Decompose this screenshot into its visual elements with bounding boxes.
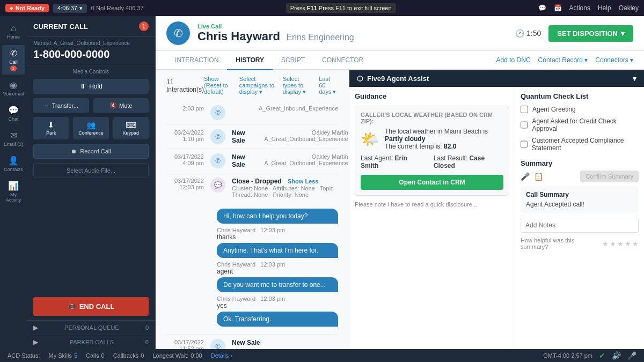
chat-nav-icon: 💬 [8, 105, 19, 115]
calls-count: 0 [101, 352, 105, 359]
add-to-dnc-btn[interactable]: Add to DNC [496, 56, 531, 64]
agent-assist-collapse-icon[interactable]: ▾ [633, 75, 636, 83]
history-detail: New Sale [232, 339, 338, 346]
parked-calls-section[interactable]: ▶ PARKED CALLS 0 [27, 335, 155, 349]
checklist-item-2: Agent Asked for Credit Check Approval [521, 117, 639, 132]
transfer-icon: → [44, 102, 50, 109]
history-title: Close - Dropped Show Less [232, 178, 338, 185]
mute-button[interactable]: 🔇 Mute [93, 98, 149, 113]
callbacks-item: Callbacks 0 [113, 352, 144, 359]
last-filter[interactable]: Last 60 days ▾ [319, 76, 338, 95]
confirm-summary-button: Confirm Summary [580, 171, 639, 182]
copy-icon[interactable]: 📋 [534, 172, 543, 181]
agent-assist-title: Five9 Agent Assist [367, 75, 429, 83]
star-2[interactable]: ★ [610, 240, 616, 248]
transfer-label: Transfer... [52, 102, 78, 109]
tab-interaction[interactable]: INTERACTION [166, 51, 227, 70]
keypad-icon: ⌨ [126, 121, 136, 129]
select-audio-button[interactable]: Select Audio File... [33, 163, 149, 178]
acd-status: ACD Status: [8, 352, 40, 359]
call-header-right: 🕐 1:50 SET DISPOSITION ▾ [515, 25, 633, 42]
weather-text: The local weather in Miami Beach is Part… [385, 128, 503, 150]
history-detail: New Sale [232, 153, 245, 168]
open-crm-button[interactable]: Open Contact in CRM [361, 175, 503, 190]
transfer-button[interactable]: → Transfer... [33, 98, 89, 113]
chat-text: agent [217, 268, 285, 275]
agent-assist-body: Guidance CALLER'S LOCAL WEATHER (BASED O… [349, 87, 644, 349]
star-5[interactable]: ★ [632, 240, 639, 248]
hold-label: Hold [89, 83, 103, 90]
sidebar-label-activity: My Activity [4, 192, 23, 203]
status-label: Not Ready [16, 5, 45, 11]
star-1[interactable]: ★ [602, 240, 609, 248]
sidebar-item-email[interactable]: ✉ Email (2) [2, 127, 25, 150]
keypad-button[interactable]: ⌨ Keypad [113, 117, 149, 139]
sidebar-item-contacts[interactable]: 👤 Contacts [2, 152, 25, 175]
help-menu[interactable]: Help [598, 4, 611, 12]
connectors-btn[interactable]: Connectors ▾ [595, 56, 633, 64]
set-disposition-dropdown-icon: ▾ [621, 29, 625, 38]
show-filter[interactable]: Show (Reset to default) [204, 76, 235, 95]
end-call-button[interactable]: 📵 END CALL [33, 297, 149, 316]
set-disposition-button[interactable]: SET DISPOSITION ▾ [548, 25, 633, 42]
campaigns-filter[interactable]: Select campaigns to display ▾ [239, 76, 279, 95]
sidebar-label-call: Call [9, 60, 18, 65]
sidebar-item-chat[interactable]: 💬 Chat [2, 102, 25, 125]
types-filter[interactable]: Select types to display ▾ [283, 76, 314, 95]
microphone-icon[interactable]: 🎤 [521, 172, 530, 181]
status-check-icon[interactable]: ✔ [599, 351, 605, 360]
conference-label: Conference [78, 130, 104, 136]
actions-menu[interactable]: Actions [569, 4, 590, 12]
checklist-checkbox-3[interactable] [521, 141, 528, 148]
calendar-icon[interactable]: 📅 [554, 4, 562, 12]
interactions-count: 11 Interaction(s) [166, 78, 204, 93]
stars-rating[interactable]: ★ ★ ★ ★ ★ [602, 240, 639, 248]
star-3[interactable]: ★ [617, 240, 624, 248]
history-item: 03/24/20221:10 pm ✆ New Sale Oakley Mart… [166, 125, 338, 149]
top-bar-right: 💬 📅 Actions Help Oakley [538, 4, 639, 12]
tab-history[interactable]: HISTORY [227, 51, 273, 70]
speaker-icon[interactable]: 🔊 [612, 351, 621, 360]
not-ready-badge[interactable]: ● Not Ready [5, 4, 49, 12]
sidebar-label-contacts: Contacts [4, 167, 23, 172]
hold-button[interactable]: ⏸ Hold [33, 79, 149, 94]
sidebar-item-call[interactable]: ✆ Call 1 [2, 45, 25, 75]
timer-dropdown-icon[interactable]: ▾ [79, 5, 83, 12]
microphone-status-icon[interactable]: 🎤 [627, 351, 636, 360]
history-detail: Close - Dropped Show Less Cluster: None … [232, 178, 338, 198]
history-date: 03/17/202212:03 pm [166, 178, 204, 190]
record-call-button[interactable]: ⏺ Record Call [33, 144, 149, 159]
sidebar-item-home[interactable]: ⌂ Home [2, 20, 25, 43]
guidance-title: Guidance [355, 92, 509, 100]
record-icon: ⏺ [71, 148, 77, 154]
longest-wait-label: Longest Wait: [152, 352, 188, 359]
checklist-checkbox-1[interactable] [521, 106, 528, 113]
tab-script[interactable]: SCRIPT [273, 51, 313, 70]
conference-button[interactable]: 👥 Conference [73, 117, 108, 139]
personal-queue-count: 0 [145, 324, 149, 331]
caller-name-company: Chris Hayward Erins Engineering [197, 29, 354, 43]
guidance-section: Guidance CALLER'S LOCAL WEATHER (BASED O… [349, 87, 515, 349]
calls-label: Calls [86, 352, 99, 359]
weather-label: CALLER'S LOCAL WEATHER (BASED ON CRM ZIP… [361, 112, 503, 124]
park-label: Park [46, 130, 56, 136]
show-less-btn[interactable]: Show Less [288, 178, 318, 184]
user-menu[interactable]: Oakley [619, 4, 639, 12]
call-duration: 1:50 [526, 29, 541, 38]
last-agent-label: Last Agent: Erin Smith [361, 154, 423, 169]
park-button[interactable]: ⬇ Park [33, 117, 69, 139]
personal-queue-section[interactable]: ▶ PERSONAL QUEUE 0 [27, 320, 155, 335]
call-avatar-icon: ✆ [166, 21, 190, 45]
agent-assist-header-left: ⬡ Five9 Agent Assist [357, 75, 429, 83]
checklist-checkbox-2[interactable] [521, 121, 528, 129]
sidebar-item-activity[interactable]: 📊 My Activity [2, 178, 25, 206]
agent-assist-header: ⬡ Five9 Agent Assist ▾ [349, 70, 644, 87]
history-title: New Sale [232, 153, 245, 168]
sidebar-item-voicemail[interactable]: ◉ Voicemail [2, 77, 25, 100]
chat-icon[interactable]: 💬 [538, 4, 546, 12]
add-notes-input[interactable] [521, 218, 639, 233]
star-4[interactable]: ★ [625, 240, 631, 248]
tab-connector[interactable]: CONNECTOR [313, 51, 372, 70]
contact-record-btn[interactable]: Contact Record ▾ [538, 56, 588, 64]
details-button[interactable]: Details › [211, 352, 232, 359]
